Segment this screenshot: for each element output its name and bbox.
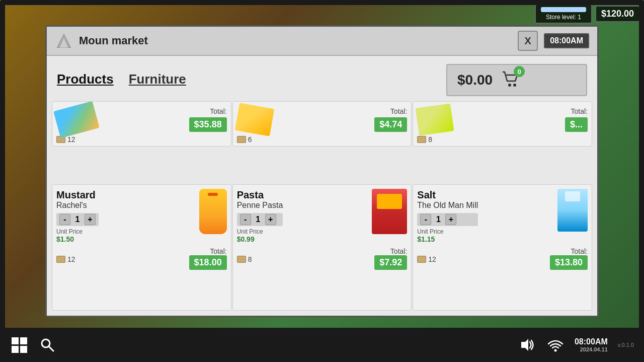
product-image-mustard [199,189,227,234]
close-button[interactable]: X [518,31,538,51]
stock-info-top-3: 8 [417,135,588,143]
qty-increase-mustard[interactable]: + [85,214,96,225]
store-level-box: Store level: 1 [535,4,592,24]
store-level-bar [541,7,586,12]
product-card-top-2: Total: $4.74 6 [232,101,412,147]
grid-cell-2 [20,337,27,344]
qty-value-salt: 1 [434,215,442,224]
product-card-pasta: Pasta Penne Pasta - 1 + Unit Price $0.99… [232,184,412,311]
stock-count-salt: 12 [428,255,436,263]
total-label-top-2: Total: [390,107,407,115]
qty-value-pasta: 1 [254,215,262,224]
wifi-btn[interactable] [546,336,565,354]
product-image-top-3 [416,103,454,135]
taskbar-left [10,336,56,354]
tab-furniture[interactable]: Furniture [129,71,186,89]
total-label-salt: Total: [550,247,588,255]
unit-price-value-pasta: $0.99 [237,235,283,243]
total-price-top-1: $35.88 [189,117,227,132]
stock-count-top-3: 8 [428,135,432,143]
grid-cell-4 [20,346,27,353]
qty-decrease-salt[interactable]: - [420,214,431,225]
cart-total: $0.00 [457,72,493,88]
qty-controls-mustard: - 1 + [56,213,99,226]
product-image-top-2 [234,103,274,136]
svg-line-5 [49,346,53,351]
stock-info-mustard: 12 [56,255,75,263]
stock-info-pasta: 8 [237,255,252,263]
total-label-mustard: Total: [189,247,227,255]
stock-count-top-2: 6 [248,135,252,143]
wifi-icon [546,337,565,353]
taskbar-time-display: 08:00AM [575,337,608,346]
product-brand-mustard: Rachel's [56,201,99,210]
box-icon-mustard [56,256,65,263]
qty-controls-salt: - 1 + [417,213,478,226]
svg-point-3 [513,84,516,87]
svg-marker-6 [521,339,528,351]
product-card-mustard: Mustard Rachel's - 1 + Unit Price $1.50 … [52,184,231,311]
tab-products[interactable]: Products [57,71,114,89]
tabs-row: Products Furniture $0.00 0 [47,56,597,96]
taskbar-date: 2024.04.11 [575,346,608,352]
svg-point-2 [508,84,511,87]
qty-controls-pasta: - 1 + [237,213,283,226]
mountain-icon [55,32,73,50]
title-bar: Moun market X 08:00AM [47,27,597,56]
cart-icon-wrapper[interactable]: 0 [501,70,521,90]
qty-decrease-mustard[interactable]: - [59,214,70,225]
top-right-3: Total: $... Exit [565,107,588,132]
stock-info-salt: 12 [417,255,436,263]
stock-count-top-1: 12 [67,135,75,143]
cart-badge: 0 [514,66,525,77]
product-brand-salt: The Old Man Mill [417,201,478,210]
product-card-salt: Salt The Old Man Mill - 1 + Unit Price $… [413,184,592,311]
product-brand-pasta: Penne Pasta [237,201,283,210]
total-label-top-1: Total: [210,107,226,115]
top-right-2: Total: $4.74 [374,107,407,132]
total-label-pasta: Total: [374,247,407,255]
search-btn[interactable] [38,336,56,354]
stock-count-pasta: 8 [248,255,252,263]
top-right-1: Total: $35.88 [189,107,227,132]
volume-icon [518,337,536,353]
product-name-mustard: Mustard [56,189,99,201]
taskbar-time: 08:00AM 2024.04.11 [575,337,608,352]
qty-increase-salt[interactable]: + [445,214,456,225]
grid-cell-3 [12,346,19,353]
qty-value-mustard: 1 [73,215,82,224]
product-card-top-3: Total: $... Exit 8 [413,101,592,147]
total-price-mustard: $18.00 [189,255,227,270]
qty-increase-pasta[interactable]: + [265,214,276,225]
total-price-salt: $13.80 [550,255,588,270]
svg-point-7 [554,349,556,352]
product-card-top-1: Total: $35.88 12 [52,101,231,147]
total-price-top-3: $... [565,117,588,132]
version-label: v.0.1.0 [618,342,634,348]
total-price-pasta: $7.92 [374,255,407,270]
cart-box: $0.00 0 [446,64,587,96]
hud-money: $120.00 [595,6,640,22]
unit-price-label-pasta: Unit Price [237,228,283,235]
stock-info-top-2: 6 [237,135,408,143]
box-icon-pasta [237,256,246,263]
hud-top-right: Store level: 1 $120.00 [535,4,640,24]
box-icon-salt [417,256,426,263]
qty-decrease-pasta[interactable]: - [240,214,251,225]
grid-cell-1 [12,337,19,344]
window-time: 08:00AM [544,33,589,48]
volume-btn[interactable] [518,336,536,354]
total-price-top-2: $4.74 [374,117,407,132]
store-level-label: Store level: 1 [541,14,586,21]
taskbar-right: 08:00AM 2024.04.11 v.0.1.0 [518,336,634,354]
product-image-top-1 [53,101,100,138]
stock-info-top-1: 12 [56,135,227,143]
store-name: Moun market [79,34,148,47]
box-icon-top-3 [417,136,426,143]
grid-icon [12,337,27,353]
grid-icon-btn[interactable] [10,336,28,354]
title-bar-left: Moun market [55,32,148,50]
box-icon-top-2 [237,136,246,143]
unit-price-value-salt: $1.15 [417,235,478,243]
stock-count-mustard: 12 [67,255,75,263]
